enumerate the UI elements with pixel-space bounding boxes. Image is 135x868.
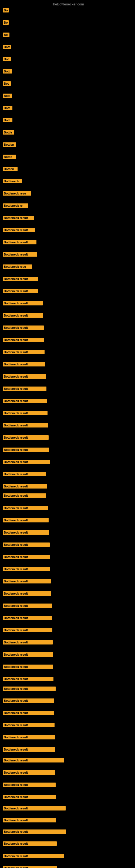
bottleneck-result-item: Bottleneck result	[3, 277, 38, 281]
bottleneck-result-item: Bott	[3, 45, 11, 49]
bottleneck-result-item: Bott	[3, 106, 12, 110]
bottleneck-result-item: Bottleneck result	[3, 374, 46, 379]
bottleneck-result-item: Bottlen	[3, 167, 17, 171]
bottleneck-result-item: Bottleneck result	[3, 795, 56, 799]
bottleneck-result-item: Bottleneck result	[3, 435, 49, 440]
bottleneck-result-item: Bottleneck resu	[3, 191, 31, 195]
bottleneck-result-item: Bottleneck result	[3, 758, 64, 763]
bottleneck-result-item: Bottleneck result	[3, 603, 52, 608]
bottleneck-result-item: Bottleneck result	[3, 640, 53, 645]
bottleneck-result-item: Bot	[3, 82, 11, 86]
bottleneck-result-item: Bottleneck result	[3, 616, 52, 620]
bottleneck-result-item: Bottleneck result	[3, 326, 44, 330]
bottleneck-result-item: Bottleneck result	[3, 723, 54, 727]
bottleneck-result-item: Bottleneck result	[3, 460, 50, 464]
bottleneck-result-item: Bottleneck result	[3, 818, 56, 823]
bottleneck-result-item: Bottleneck result	[3, 518, 49, 522]
bottleneck-result-item: Bottleneck result	[3, 338, 44, 342]
bottleneck-result-item: Bottleneck result	[3, 699, 54, 703]
bottleneck-result-item: Bottleneck result	[3, 677, 53, 681]
bottleneck-result-item: Bottleneck result	[3, 228, 35, 232]
bottleneck-result-item: Bottleneck result	[3, 866, 57, 868]
bottleneck-result-item: Bottlen	[3, 143, 16, 147]
bottleneck-result-item: Bottleneck result	[3, 652, 53, 657]
bottleneck-result-item: Bottleneck result	[3, 747, 55, 752]
bottleneck-result-item: Bottleneck result	[3, 591, 51, 596]
bottleneck-result-item: Bottleneck result	[3, 240, 37, 244]
bottleneck-result-item: Bottleneck result	[3, 735, 55, 739]
bottleneck-result-item: Bottleneck result	[3, 411, 48, 415]
bottleneck-result-item: Bottleneck result	[3, 806, 65, 810]
bottleneck-result-item: Bottleneck result	[3, 506, 48, 510]
bottleneck-result-item: Bottleneck result	[3, 447, 49, 452]
bottleneck-result-item: Bottleneck result	[3, 216, 34, 220]
bottleneck-result-item: Bottleneck result	[3, 579, 51, 584]
bottleneck-result-item: Bottleneck result	[3, 493, 46, 498]
bottleneck-result-item: Bottleneck result	[3, 484, 47, 489]
bottleneck-result-item: Bottleneck re	[3, 204, 28, 208]
bottleneck-result-item: Bottle	[3, 130, 14, 134]
bottleneck-result-item: Bottleneck result	[3, 711, 54, 715]
bottleneck-result-item: Bottleneck result	[3, 362, 45, 367]
bottleneck-result-item: Bottleneck result	[3, 313, 43, 318]
bottleneck-result-item: Bo	[3, 20, 9, 25]
bottleneck-result-item: Bottleneck result	[3, 628, 52, 632]
bottleneck-result-item: Bo	[3, 8, 9, 12]
bottleneck-result-item: Bottleneck result	[3, 854, 64, 858]
bottleneck-result-item: Bottleneck resu	[3, 265, 32, 269]
bottleneck-result-item: Bottleneck result	[3, 555, 50, 559]
bottleneck-result-item: Bottleneck result	[3, 686, 56, 691]
bottleneck-result-item: Bottleneck result	[3, 782, 56, 787]
bottleneck-result-item: Bottleneck result	[3, 386, 46, 391]
bottleneck-result-item: Bottleneck result	[3, 472, 46, 476]
bottleneck-result-item: Bottleneck result	[3, 423, 48, 428]
site-title: TheBottlenecker.com	[51, 2, 84, 6]
bottleneck-result-item: Bott	[3, 69, 12, 73]
bottleneck-result-item: Bo	[3, 33, 9, 37]
bottleneck-result-item: Bottleneck result	[3, 530, 49, 535]
bottleneck-result-item: Bottleneck result	[3, 252, 37, 257]
bottleneck-result-item: Bottle	[3, 155, 16, 159]
bottleneck-result-item: Bottleneck result	[3, 830, 66, 834]
bottleneck-result-item: Bottleneck result	[3, 399, 47, 403]
bottleneck-result-item: Bottleneck result	[3, 542, 50, 547]
bottleneck-result-item: Bottleneck result	[3, 301, 43, 305]
bottleneck-result-item: Bottleneck result	[3, 664, 53, 669]
bottleneck-result-item: Bottleneck	[3, 179, 22, 183]
bottleneck-result-item: Bottleneck result	[3, 841, 57, 846]
bottleneck-result-item: Bottleneck result	[3, 770, 55, 775]
bottleneck-result-item: Bottleneck result	[3, 289, 38, 293]
bottleneck-result-item: Bottleneck result	[3, 350, 45, 354]
bottleneck-result-item: Bott	[3, 118, 12, 122]
bottleneck-result-item: Bott	[3, 94, 12, 98]
bottleneck-result-item: Bot	[3, 57, 11, 61]
bottleneck-result-item: Bottleneck result	[3, 567, 50, 571]
